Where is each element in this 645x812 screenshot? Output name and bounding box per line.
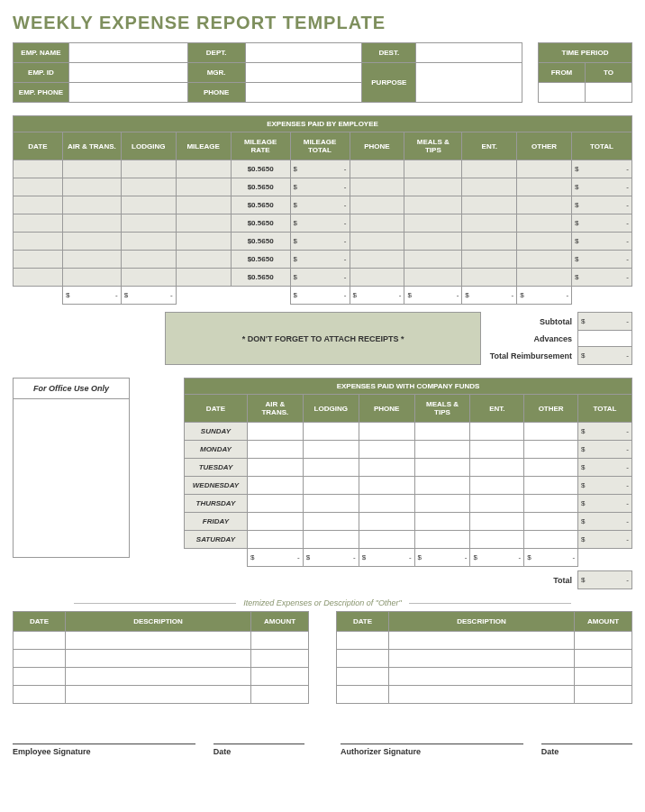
- input-emp-name[interactable]: [68, 43, 187, 63]
- cell-ent[interactable]: [462, 178, 517, 196]
- cell-other[interactable]: [517, 269, 572, 287]
- cell-lodging[interactable]: [121, 233, 176, 251]
- cell-other[interactable]: [517, 214, 572, 233]
- advances-value[interactable]: [578, 331, 632, 347]
- cell-other[interactable]: [517, 233, 572, 251]
- cell-meals[interactable]: [414, 513, 470, 531]
- cell-air[interactable]: [247, 477, 303, 495]
- cell-meals[interactable]: [404, 196, 462, 214]
- cell-air[interactable]: [247, 495, 303, 513]
- cell-lodging[interactable]: [121, 214, 176, 233]
- cell-other[interactable]: [524, 531, 578, 549]
- cell-mileage[interactable]: [176, 233, 231, 251]
- cell-air[interactable]: [62, 269, 121, 287]
- cell-ent[interactable]: [462, 251, 517, 269]
- cell-phone[interactable]: [350, 233, 404, 251]
- cell-phone[interactable]: [359, 441, 414, 459]
- cell-air[interactable]: [247, 459, 303, 477]
- cell-date[interactable]: [337, 632, 389, 650]
- cell-air[interactable]: [62, 160, 121, 178]
- cell-air[interactable]: [62, 251, 121, 269]
- cell-lodging[interactable]: [121, 269, 176, 287]
- cell-lodging[interactable]: [303, 495, 359, 513]
- cell-phone[interactable]: [350, 269, 404, 287]
- input-emp-phone[interactable]: [68, 83, 187, 103]
- cell-other[interactable]: [524, 459, 578, 477]
- cell-phone[interactable]: [359, 477, 414, 495]
- cell-phone[interactable]: [350, 178, 404, 196]
- cell-other[interactable]: [524, 495, 578, 513]
- cell-meals[interactable]: [414, 531, 470, 549]
- cell-date[interactable]: [337, 650, 389, 668]
- cell-air[interactable]: [62, 233, 121, 251]
- cell-date[interactable]: [337, 668, 389, 686]
- cell-desc[interactable]: [66, 650, 251, 668]
- cell-lodging[interactable]: [303, 459, 359, 477]
- cell-ent[interactable]: [470, 441, 524, 459]
- cell-amount[interactable]: [575, 632, 632, 650]
- cell-phone[interactable]: [359, 513, 414, 531]
- cell-desc[interactable]: [389, 650, 575, 668]
- cell-ent[interactable]: [470, 423, 524, 441]
- cell-meals[interactable]: [404, 233, 462, 251]
- cell-air[interactable]: [247, 441, 303, 459]
- cell-amount[interactable]: [575, 686, 632, 704]
- cell-meals[interactable]: [414, 423, 470, 441]
- cell-air[interactable]: [62, 214, 121, 233]
- cell-amount[interactable]: [575, 650, 632, 668]
- cell-mileage[interactable]: [176, 160, 231, 178]
- cell-ent[interactable]: [470, 513, 524, 531]
- cell-meals[interactable]: [414, 459, 470, 477]
- cell-lodging[interactable]: [303, 513, 359, 531]
- input-dest[interactable]: [416, 43, 522, 63]
- cell-ent[interactable]: [470, 477, 524, 495]
- auth-date-line[interactable]: Date: [541, 744, 632, 756]
- cell-amount[interactable]: [251, 632, 309, 650]
- cell-air[interactable]: [62, 196, 121, 214]
- cell-desc[interactable]: [389, 686, 575, 704]
- cell-phone[interactable]: [359, 531, 414, 549]
- cell-desc[interactable]: [66, 632, 251, 650]
- cell-lodging[interactable]: [121, 160, 176, 178]
- cell-meals[interactable]: [404, 214, 462, 233]
- input-phone[interactable]: [245, 83, 362, 103]
- employee-signature-line[interactable]: Employee Signature: [13, 744, 195, 756]
- cell-amount[interactable]: [575, 668, 632, 686]
- cell-air[interactable]: [247, 513, 303, 531]
- cell-phone[interactable]: [359, 495, 414, 513]
- cell-ent[interactable]: [462, 196, 517, 214]
- authorizer-signature-line[interactable]: Authorizer Signature: [341, 744, 523, 756]
- cell-lodging[interactable]: [121, 178, 176, 196]
- cell-date[interactable]: [14, 178, 63, 196]
- cell-date[interactable]: [14, 160, 63, 178]
- cell-phone[interactable]: [359, 423, 414, 441]
- cell-date[interactable]: [337, 686, 389, 704]
- cell-date[interactable]: [14, 686, 66, 704]
- cell-ent[interactable]: [470, 495, 524, 513]
- cell-date[interactable]: [14, 632, 66, 650]
- cell-date[interactable]: [14, 650, 66, 668]
- cell-mileage[interactable]: [176, 178, 231, 196]
- input-purpose[interactable]: [416, 63, 522, 103]
- cell-phone[interactable]: [359, 459, 414, 477]
- cell-date[interactable]: [14, 196, 63, 214]
- cell-phone[interactable]: [350, 196, 404, 214]
- cell-other[interactable]: [517, 178, 572, 196]
- cell-meals[interactable]: [404, 269, 462, 287]
- cell-air[interactable]: [247, 531, 303, 549]
- input-emp-id[interactable]: [68, 63, 187, 83]
- cell-meals[interactable]: [404, 178, 462, 196]
- input-dept[interactable]: [245, 43, 362, 63]
- cell-meals[interactable]: [414, 477, 470, 495]
- cell-phone[interactable]: [350, 214, 404, 233]
- cell-meals[interactable]: [404, 160, 462, 178]
- input-from[interactable]: [539, 83, 586, 103]
- cell-ent[interactable]: [462, 269, 517, 287]
- cell-ent[interactable]: [462, 214, 517, 233]
- cell-desc[interactable]: [389, 632, 575, 650]
- cell-amount[interactable]: [251, 686, 309, 704]
- cell-other[interactable]: [517, 160, 572, 178]
- cell-amount[interactable]: [251, 668, 309, 686]
- cell-date[interactable]: [14, 233, 63, 251]
- cell-date[interactable]: [14, 214, 63, 233]
